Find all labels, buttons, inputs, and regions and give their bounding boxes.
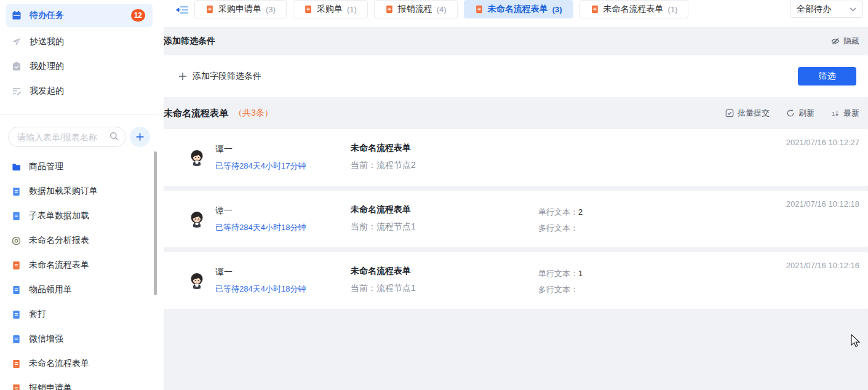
sidebar-item-label: 待办任务 (30, 10, 64, 21)
sidebar: 待办任务 12 抄送我的 我处理的 我发起的 (0, 0, 159, 390)
task-row[interactable]: 谭一 已等待284天4小时17分钟 未命名流程表单 当前：流程节点2 2021/… (164, 129, 868, 186)
search-input[interactable] (8, 127, 126, 147)
sidebar-form-item[interactable]: 商品管理 (0, 154, 159, 179)
sidebar-form-label: 数据加载采购订单 (29, 186, 98, 197)
folder-icon (12, 162, 21, 172)
waiting-duration-link[interactable]: 已等待284天4小时18分钟 (215, 222, 306, 233)
current-node: 当前：流程节点1 (351, 221, 416, 233)
task-fields-column: 单行文本：2 多行文本： (538, 207, 583, 239)
refresh-button[interactable]: 刷新 (786, 108, 814, 119)
filter-header: 添加筛选条件 隐藏 (164, 27, 868, 55)
sidebar-form-item[interactable]: 微信增强 (0, 327, 159, 351)
sidebar-menu: 待办任务 12 抄送我的 我处理的 我发起的 (0, 4, 159, 115)
task-row[interactable]: 谭一 已等待284天4小时18分钟 未命名流程表单 当前：流程节点1 单行文本：… (164, 191, 868, 247)
filter-submit-button[interactable]: 筛选 (798, 67, 856, 86)
task-fields-column: 单行文本：1 多行文本： (538, 268, 583, 300)
field-label: 单行文本： (538, 207, 578, 217)
sidebar-form-item[interactable]: 未命名流程表单 (0, 253, 159, 277)
field-line: 多行文本： (538, 223, 583, 234)
sidebar-form-item[interactable]: 数据加载采购订单 (0, 179, 159, 204)
sidebar-form-label: 物品领用单 (29, 284, 72, 295)
add-form-button[interactable] (130, 127, 150, 147)
sidebar-form-label: 商品管理 (29, 161, 63, 172)
sidebar-form-item[interactable]: 未命名分析报表 (0, 228, 159, 253)
search-box (8, 127, 126, 147)
svg-text:1: 1 (832, 110, 835, 117)
scope-dropdown[interactable]: 全部待办 (790, 1, 863, 18)
sidebar-form-item[interactable]: 未命名流程表单 (0, 351, 159, 376)
task-tab[interactable]: 未命名流程表单 (1) (579, 0, 689, 18)
waiting-duration-link[interactable]: 已等待284天4小时17分钟 (215, 161, 306, 172)
task-timestamp: 2021/07/16 10:12:27 (786, 138, 859, 147)
scope-dropdown-value: 全部待办 (797, 4, 831, 15)
task-title: 未命名流程表单 (351, 143, 416, 154)
add-field-filter-link[interactable]: 添加字段筛选条件 (178, 55, 261, 97)
list-actions: 批量提交 刷新 1 最新 (725, 108, 868, 119)
task-tab[interactable]: 报销流程 (4) (374, 0, 458, 18)
task-title-column: 未命名流程表单 当前：流程节点1 (351, 204, 416, 233)
main-area: 采购申请单 (3) 采购单 (1) 报销流程 (4) (159, 0, 868, 390)
task-tab[interactable]: 未命名流程表单 (3) (464, 0, 573, 18)
batch-submit-button[interactable]: 批量提交 (725, 108, 770, 119)
document-icon (304, 5, 313, 14)
task-tab[interactable]: 采购申请单 (3) (194, 0, 287, 18)
field-line: 单行文本：2 (538, 207, 583, 218)
chevron-down-icon (850, 7, 856, 12)
task-tab[interactable]: 采购单 (1) (293, 0, 368, 18)
submitter-column: 谭一 已等待284天4小时18分钟 (215, 205, 306, 233)
tab-label: 报销流程 (398, 4, 432, 15)
tab-count: (3) (266, 5, 276, 14)
sidebar-form-label: 未命名流程表单 (29, 260, 89, 271)
task-title: 未命名流程表单 (351, 266, 416, 277)
sidebar-item-todo-tasks[interactable]: 待办任务 12 (6, 4, 153, 27)
sidebar-item-label: 我发起的 (30, 86, 64, 97)
collapse-sidebar-icon[interactable] (176, 4, 189, 15)
task-title-column: 未命名流程表单 当前：流程节点2 (351, 143, 416, 171)
calendar-icon (12, 10, 22, 20)
sidebar-form-label: 报销申请单 (29, 383, 72, 390)
hide-filter-label: 隐藏 (843, 36, 859, 47)
field-value: 1 (578, 269, 583, 278)
avatar (188, 272, 205, 289)
waiting-duration-link[interactable]: 已等待284天4小时18分钟 (215, 284, 306, 295)
tab-label: 采购单 (317, 4, 343, 15)
batch-submit-label: 批量提交 (738, 108, 770, 119)
report-gear-icon (12, 236, 21, 245)
search-icon (109, 132, 119, 141)
sort-newest-button[interactable]: 1 最新 (831, 108, 859, 119)
list-header: 未命名流程表单 （共3条） 批量提交 刷新 1 (164, 97, 868, 129)
tab-count: (3) (552, 5, 562, 14)
sidebar-item-cc-to-me[interactable]: 抄送我的 (0, 30, 159, 54)
tab-label: 未命名流程表单 (603, 4, 664, 15)
field-label: 单行文本： (538, 269, 578, 278)
plus-icon (178, 72, 187, 81)
sidebar-form-item[interactable]: 套打 (0, 302, 159, 327)
hide-filter-link[interactable]: 隐藏 (831, 36, 859, 47)
task-tabs: 采购申请单 (3) 采购单 (1) 报销流程 (4) (194, 0, 688, 18)
sidebar-item-started-by-me[interactable]: 我发起的 (0, 79, 159, 103)
document-icon (12, 285, 21, 295)
sidebar-search-row (0, 115, 159, 147)
submitter-name: 谭一 (215, 144, 306, 155)
sidebar-form-item[interactable]: 物品领用单 (0, 277, 159, 302)
document-icon (12, 335, 21, 344)
document-icon (12, 359, 21, 368)
sidebar-form-item[interactable]: 子表单数据加载 (0, 204, 159, 228)
sidebar-form-item[interactable]: 报销申请单 (0, 376, 159, 390)
send-icon (12, 37, 22, 47)
submitter-name: 谭一 (215, 205, 306, 217)
submitter-column: 谭一 已等待284天4小时17分钟 (215, 144, 306, 172)
refresh-icon (786, 109, 795, 117)
sidebar-form-label: 微信增强 (29, 333, 63, 344)
sidebar-scrollbar[interactable] (154, 151, 157, 295)
document-icon (12, 212, 21, 221)
plus-icon (135, 132, 145, 141)
sidebar-item-handled-by-me[interactable]: 我处理的 (0, 54, 159, 79)
sidebar-form-label: 未命名流程表单 (29, 358, 89, 369)
document-icon (475, 5, 484, 14)
task-title: 未命名流程表单 (351, 204, 416, 215)
add-field-filter-label: 添加字段筛选条件 (193, 71, 261, 82)
field-line: 单行文本：1 (538, 268, 583, 279)
task-row[interactable]: 谭一 已等待284天4小时18分钟 未命名流程表单 当前：流程节点1 单行文本：… (164, 252, 868, 309)
sidebar-form-label: 子表单数据加载 (29, 210, 89, 221)
